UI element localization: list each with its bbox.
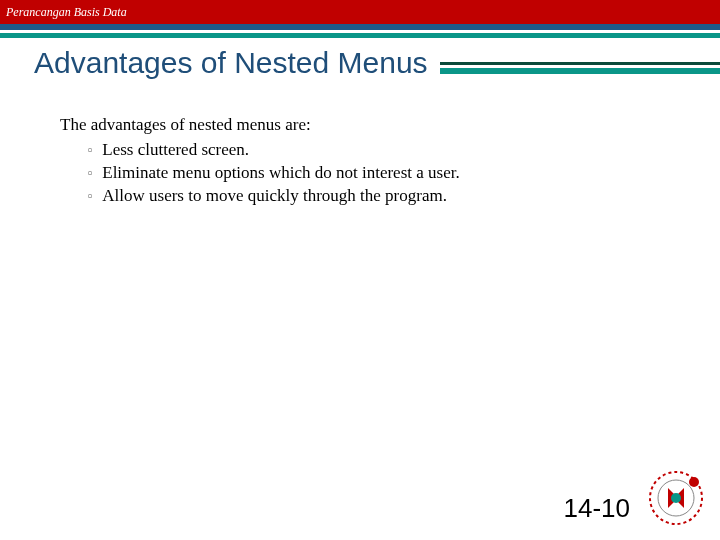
- slide-body: The advantages of nested menus are: Less…: [0, 74, 720, 208]
- page-number: 14-10: [564, 493, 631, 524]
- list-item: Less cluttered screen.: [88, 139, 660, 162]
- slide-title: Advantages of Nested Menus: [0, 46, 428, 80]
- bullet-list: Less cluttered screen. Eliminate menu op…: [60, 139, 660, 208]
- course-label: Perancangan Basis Data: [6, 5, 127, 20]
- accent-teal-line: [440, 68, 720, 74]
- svg-point-2: [671, 493, 681, 503]
- title-accent: [440, 62, 720, 74]
- header-bar-teal: [0, 33, 720, 38]
- intro-text: The advantages of nested menus are:: [60, 114, 660, 137]
- list-item: Allow users to move quickly through the …: [88, 185, 660, 208]
- list-item: Eliminate menu options which do not inte…: [88, 162, 660, 185]
- university-logo-icon: [646, 468, 706, 528]
- svg-point-3: [689, 477, 699, 487]
- header-bar-red: Perancangan Basis Data: [0, 0, 720, 24]
